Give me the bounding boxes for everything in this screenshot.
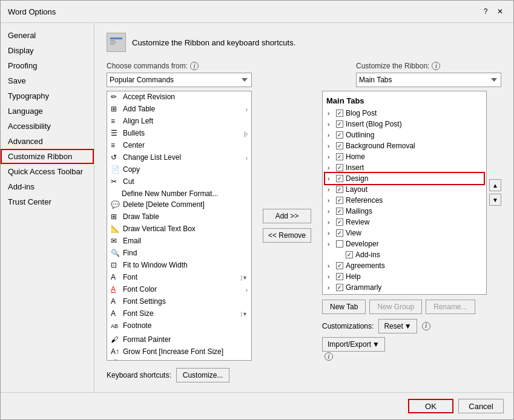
list-item[interactable]: 📐Draw Vertical Text Box	[107, 223, 251, 235]
sidebar-item-proofing[interactable]: Proofing	[1, 58, 94, 73]
sidebar-item-quick-access[interactable]: Quick Access Toolbar	[1, 164, 94, 179]
expander-icon[interactable]: ›	[328, 284, 334, 291]
sidebar-item-typography[interactable]: Typography	[1, 88, 94, 103]
ribbon-tree-container[interactable]: Main Tabs › Blog Post › Insert (Blog Pos…	[322, 91, 487, 295]
checkbox-layout[interactable]	[336, 186, 343, 193]
list-item[interactable]: ≡Center	[107, 140, 251, 152]
reset-info-icon[interactable]: i	[422, 322, 430, 330]
tree-item-insert-blog[interactable]: › Insert (Blog Post)	[325, 119, 484, 130]
list-item[interactable]: ✏Accept Revision	[107, 91, 251, 103]
checkbox-outlining[interactable]	[336, 131, 343, 139]
tree-item-agreements[interactable]: › Agreements	[325, 260, 484, 271]
expander-icon[interactable]: ›	[328, 132, 334, 139]
list-item[interactable]: A↑Grow Font [Increase Font Size]	[107, 346, 251, 358]
tree-item-home[interactable]: › Home	[325, 151, 484, 162]
tree-item-blog-post[interactable]: › Blog Post	[325, 108, 484, 119]
tree-item-layout[interactable]: › Layout	[325, 184, 484, 195]
checkbox-review[interactable]	[336, 218, 343, 226]
expander-icon[interactable]: ›	[328, 110, 334, 117]
list-item[interactable]: 🖌Format Painter	[107, 334, 251, 346]
list-item[interactable]: AFont Settings	[107, 296, 251, 308]
list-item[interactable]: 📄Copy	[107, 164, 251, 176]
rename-button[interactable]: Rename...	[426, 300, 475, 314]
commands-info-icon[interactable]: i	[190, 62, 199, 70]
customize-ribbon-dropdown[interactable]: Main Tabs	[356, 73, 501, 87]
checkbox-developer[interactable]	[336, 240, 343, 248]
checkbox-view[interactable]	[336, 229, 343, 237]
ok-button[interactable]: OK	[408, 399, 453, 413]
sidebar-item-language[interactable]: Language	[1, 103, 94, 119]
list-item[interactable]: ☰Bullets|›	[107, 128, 251, 140]
expander-icon[interactable]: ›	[328, 274, 334, 280]
checkbox-blog-post[interactable]	[336, 110, 343, 117]
list-item[interactable]: AFont Size|▼	[107, 308, 251, 320]
list-item[interactable]: 💬Insert Comment	[107, 358, 251, 361]
checkbox-insert-blog[interactable]	[336, 120, 343, 128]
list-item[interactable]: ⊞Add Table›	[107, 103, 251, 116]
checkbox-grammarly[interactable]	[336, 284, 343, 291]
expander-icon[interactable]: ›	[328, 165, 334, 171]
tree-item-addins[interactable]: Add-ins	[325, 249, 484, 260]
sidebar-item-save[interactable]: Save	[1, 73, 94, 88]
tree-item-grammarly[interactable]: › Grammarly	[325, 282, 484, 293]
expander-icon[interactable]: ›	[328, 121, 334, 128]
tree-item-help[interactable]: › Help	[325, 271, 484, 282]
commands-from-dropdown[interactable]: Popular Commands	[107, 73, 252, 87]
add-button[interactable]: Add >>	[263, 209, 311, 223]
sidebar-item-trust-center[interactable]: Trust Center	[1, 194, 94, 209]
list-item[interactable]: 🔍Find	[107, 248, 251, 260]
expander-icon[interactable]: ›	[328, 197, 334, 204]
expander-icon[interactable]: ›	[328, 219, 334, 226]
sidebar-item-general[interactable]: General	[1, 28, 94, 43]
list-item[interactable]: ≡Align Left	[107, 116, 251, 128]
tree-item-insert[interactable]: › Insert	[325, 162, 484, 173]
commands-list-container[interactable]: ✏Accept Revision ⊞Add Table› ≡Align Left…	[107, 91, 252, 361]
remove-button[interactable]: << Remove	[263, 228, 311, 243]
sidebar-item-customize-ribbon[interactable]: Customize Ribbon	[1, 149, 94, 164]
sidebar-item-display[interactable]: Display	[1, 43, 94, 58]
checkbox-references[interactable]	[336, 197, 343, 204]
cancel-button[interactable]: Cancel	[458, 399, 504, 413]
checkbox-agreements[interactable]	[336, 262, 343, 269]
customize-shortcuts-button[interactable]: Customize...	[176, 368, 230, 382]
expander-icon[interactable]: ›	[328, 143, 334, 149]
new-group-button[interactable]: New Group	[369, 300, 422, 314]
ribbon-info-icon[interactable]: i	[432, 62, 440, 70]
list-item[interactable]: ✉Email	[107, 235, 251, 248]
checkbox-bg-removal[interactable]	[336, 142, 343, 149]
list-item[interactable]: ⊡Fit to Window Width	[107, 260, 251, 272]
list-item[interactable]: ✂Cut	[107, 176, 251, 188]
expander-icon[interactable]: ›	[328, 230, 334, 237]
expander-icon[interactable]: ›	[328, 263, 334, 269]
list-item[interactable]: 💬Delete [Delete Comment]	[107, 199, 251, 211]
tree-item-view[interactable]: › View	[325, 228, 484, 238]
checkbox-addins[interactable]	[346, 251, 353, 258]
tree-item-bg-removal[interactable]: › Background Removal	[325, 140, 484, 151]
scroll-down-button[interactable]: ▼	[489, 194, 501, 206]
expander-icon[interactable]: ›	[328, 208, 334, 215]
tree-item-design[interactable]: › Design	[325, 173, 484, 184]
list-item[interactable]: AFont|▼	[107, 272, 251, 284]
scroll-up-button[interactable]: ▲	[489, 179, 501, 191]
list-item[interactable]: ↺Change List Level›	[107, 152, 251, 164]
reset-button[interactable]: Reset ▼	[378, 319, 417, 333]
expander-icon[interactable]: ›	[328, 176, 334, 182]
tree-item-mailings[interactable]: › Mailings	[325, 206, 484, 217]
import-export-info-icon[interactable]: i	[325, 352, 333, 361]
tree-item-outlining[interactable]: › Outlining	[325, 130, 484, 140]
tree-item-references[interactable]: › References	[325, 195, 484, 206]
expander-icon[interactable]: ›	[328, 186, 334, 193]
expander-icon[interactable]: ›	[328, 241, 334, 248]
sidebar-item-accessibility[interactable]: Accessibility	[1, 119, 94, 134]
list-item[interactable]: Define New Number Format...	[107, 188, 251, 199]
list-item[interactable]: ⊞Draw Table	[107, 211, 251, 223]
checkbox-help[interactable]	[336, 273, 343, 280]
list-item[interactable]: AFont Color›	[107, 284, 251, 296]
checkbox-mailings[interactable]	[336, 208, 343, 215]
checkbox-design[interactable]	[336, 175, 343, 182]
checkbox-home[interactable]	[336, 153, 343, 160]
list-item[interactable]: ABFootnote	[107, 320, 251, 334]
checkbox-insert[interactable]	[336, 164, 343, 171]
sidebar-item-advanced[interactable]: Advanced	[1, 134, 94, 149]
expander-icon[interactable]: ›	[328, 154, 334, 160]
